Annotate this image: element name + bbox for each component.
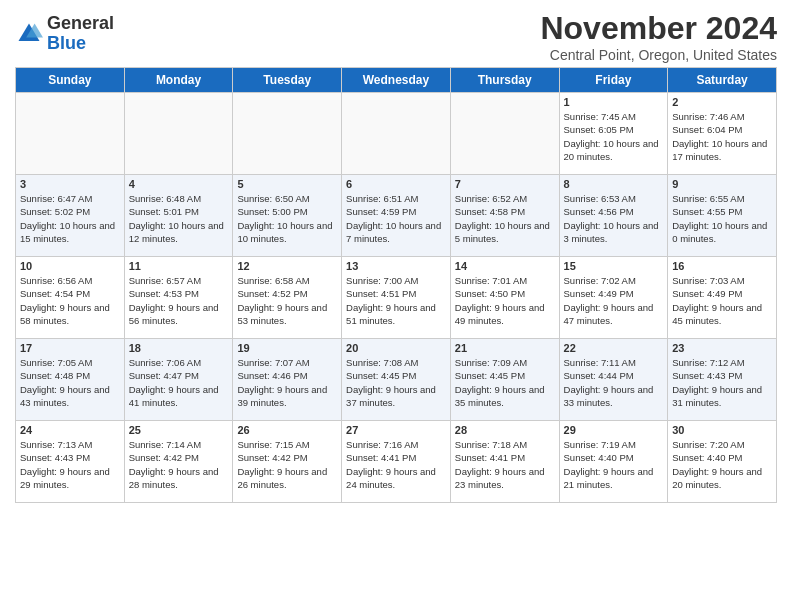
day-info: Sunrise: 7:02 AM Sunset: 4:49 PM Dayligh… [564,274,664,327]
day-info: Sunrise: 7:14 AM Sunset: 4:42 PM Dayligh… [129,438,229,491]
col-header-sunday: Sunday [16,68,125,93]
calendar-cell: 18Sunrise: 7:06 AM Sunset: 4:47 PM Dayli… [124,339,233,421]
calendar-cell: 29Sunrise: 7:19 AM Sunset: 4:40 PM Dayli… [559,421,668,503]
day-number: 22 [564,342,664,354]
day-number: 15 [564,260,664,272]
logo-icon [15,20,43,48]
day-info: Sunrise: 7:20 AM Sunset: 4:40 PM Dayligh… [672,438,772,491]
day-info: Sunrise: 7:46 AM Sunset: 6:04 PM Dayligh… [672,110,772,163]
week-row-3: 10Sunrise: 6:56 AM Sunset: 4:54 PM Dayli… [16,257,777,339]
subtitle: Central Point, Oregon, United States [540,47,777,63]
calendar-cell: 24Sunrise: 7:13 AM Sunset: 4:43 PM Dayli… [16,421,125,503]
col-header-saturday: Saturday [668,68,777,93]
day-number: 12 [237,260,337,272]
calendar-cell: 25Sunrise: 7:14 AM Sunset: 4:42 PM Dayli… [124,421,233,503]
col-header-monday: Monday [124,68,233,93]
logo-text: General Blue [47,14,114,54]
calendar-cell: 9Sunrise: 6:55 AM Sunset: 4:55 PM Daylig… [668,175,777,257]
day-info: Sunrise: 6:48 AM Sunset: 5:01 PM Dayligh… [129,192,229,245]
calendar-cell: 27Sunrise: 7:16 AM Sunset: 4:41 PM Dayli… [342,421,451,503]
col-header-friday: Friday [559,68,668,93]
calendar-cell: 8Sunrise: 6:53 AM Sunset: 4:56 PM Daylig… [559,175,668,257]
day-number: 26 [237,424,337,436]
calendar-table: SundayMondayTuesdayWednesdayThursdayFrid… [15,67,777,503]
calendar-cell [16,93,125,175]
calendar-cell: 22Sunrise: 7:11 AM Sunset: 4:44 PM Dayli… [559,339,668,421]
calendar-cell: 2Sunrise: 7:46 AM Sunset: 6:04 PM Daylig… [668,93,777,175]
day-info: Sunrise: 6:58 AM Sunset: 4:52 PM Dayligh… [237,274,337,327]
day-number: 8 [564,178,664,190]
logo: General Blue [15,14,114,54]
calendar-cell: 28Sunrise: 7:18 AM Sunset: 4:41 PM Dayli… [450,421,559,503]
col-header-wednesday: Wednesday [342,68,451,93]
day-info: Sunrise: 7:16 AM Sunset: 4:41 PM Dayligh… [346,438,446,491]
col-header-tuesday: Tuesday [233,68,342,93]
day-number: 25 [129,424,229,436]
day-info: Sunrise: 7:19 AM Sunset: 4:40 PM Dayligh… [564,438,664,491]
day-info: Sunrise: 7:45 AM Sunset: 6:05 PM Dayligh… [564,110,664,163]
day-number: 6 [346,178,446,190]
logo-general-text: General [47,14,114,34]
day-info: Sunrise: 7:05 AM Sunset: 4:48 PM Dayligh… [20,356,120,409]
calendar-cell: 17Sunrise: 7:05 AM Sunset: 4:48 PM Dayli… [16,339,125,421]
day-info: Sunrise: 6:47 AM Sunset: 5:02 PM Dayligh… [20,192,120,245]
day-number: 28 [455,424,555,436]
calendar-cell [233,93,342,175]
day-info: Sunrise: 6:52 AM Sunset: 4:58 PM Dayligh… [455,192,555,245]
calendar-cell: 30Sunrise: 7:20 AM Sunset: 4:40 PM Dayli… [668,421,777,503]
day-number: 29 [564,424,664,436]
day-number: 4 [129,178,229,190]
calendar-cell: 11Sunrise: 6:57 AM Sunset: 4:53 PM Dayli… [124,257,233,339]
calendar-cell: 12Sunrise: 6:58 AM Sunset: 4:52 PM Dayli… [233,257,342,339]
day-number: 27 [346,424,446,436]
week-row-1: 1Sunrise: 7:45 AM Sunset: 6:05 PM Daylig… [16,93,777,175]
day-info: Sunrise: 7:01 AM Sunset: 4:50 PM Dayligh… [455,274,555,327]
calendar-cell: 10Sunrise: 6:56 AM Sunset: 4:54 PM Dayli… [16,257,125,339]
day-number: 2 [672,96,772,108]
day-info: Sunrise: 7:09 AM Sunset: 4:45 PM Dayligh… [455,356,555,409]
calendar-cell: 13Sunrise: 7:00 AM Sunset: 4:51 PM Dayli… [342,257,451,339]
day-number: 16 [672,260,772,272]
calendar-cell [450,93,559,175]
day-number: 21 [455,342,555,354]
calendar-cell: 4Sunrise: 6:48 AM Sunset: 5:01 PM Daylig… [124,175,233,257]
day-info: Sunrise: 7:12 AM Sunset: 4:43 PM Dayligh… [672,356,772,409]
main-title: November 2024 [540,10,777,47]
day-info: Sunrise: 7:06 AM Sunset: 4:47 PM Dayligh… [129,356,229,409]
title-block: November 2024 Central Point, Oregon, Uni… [540,10,777,63]
day-number: 24 [20,424,120,436]
day-info: Sunrise: 7:15 AM Sunset: 4:42 PM Dayligh… [237,438,337,491]
calendar-cell: 21Sunrise: 7:09 AM Sunset: 4:45 PM Dayli… [450,339,559,421]
calendar-cell: 3Sunrise: 6:47 AM Sunset: 5:02 PM Daylig… [16,175,125,257]
day-number: 11 [129,260,229,272]
day-info: Sunrise: 7:07 AM Sunset: 4:46 PM Dayligh… [237,356,337,409]
calendar-cell: 5Sunrise: 6:50 AM Sunset: 5:00 PM Daylig… [233,175,342,257]
day-number: 14 [455,260,555,272]
day-info: Sunrise: 7:03 AM Sunset: 4:49 PM Dayligh… [672,274,772,327]
calendar-cell [124,93,233,175]
day-number: 18 [129,342,229,354]
day-number: 7 [455,178,555,190]
header: General Blue November 2024 Central Point… [15,10,777,63]
calendar-header-row: SundayMondayTuesdayWednesdayThursdayFrid… [16,68,777,93]
day-info: Sunrise: 6:50 AM Sunset: 5:00 PM Dayligh… [237,192,337,245]
week-row-4: 17Sunrise: 7:05 AM Sunset: 4:48 PM Dayli… [16,339,777,421]
col-header-thursday: Thursday [450,68,559,93]
calendar-cell: 7Sunrise: 6:52 AM Sunset: 4:58 PM Daylig… [450,175,559,257]
day-info: Sunrise: 7:18 AM Sunset: 4:41 PM Dayligh… [455,438,555,491]
day-number: 13 [346,260,446,272]
calendar-cell: 19Sunrise: 7:07 AM Sunset: 4:46 PM Dayli… [233,339,342,421]
day-info: Sunrise: 7:13 AM Sunset: 4:43 PM Dayligh… [20,438,120,491]
day-number: 23 [672,342,772,354]
calendar-cell: 26Sunrise: 7:15 AM Sunset: 4:42 PM Dayli… [233,421,342,503]
day-info: Sunrise: 6:56 AM Sunset: 4:54 PM Dayligh… [20,274,120,327]
calendar-cell: 6Sunrise: 6:51 AM Sunset: 4:59 PM Daylig… [342,175,451,257]
calendar-cell: 16Sunrise: 7:03 AM Sunset: 4:49 PM Dayli… [668,257,777,339]
calendar-cell: 23Sunrise: 7:12 AM Sunset: 4:43 PM Dayli… [668,339,777,421]
week-row-5: 24Sunrise: 7:13 AM Sunset: 4:43 PM Dayli… [16,421,777,503]
page-container: General Blue November 2024 Central Point… [0,0,792,508]
day-number: 10 [20,260,120,272]
day-info: Sunrise: 7:00 AM Sunset: 4:51 PM Dayligh… [346,274,446,327]
day-number: 19 [237,342,337,354]
day-number: 5 [237,178,337,190]
